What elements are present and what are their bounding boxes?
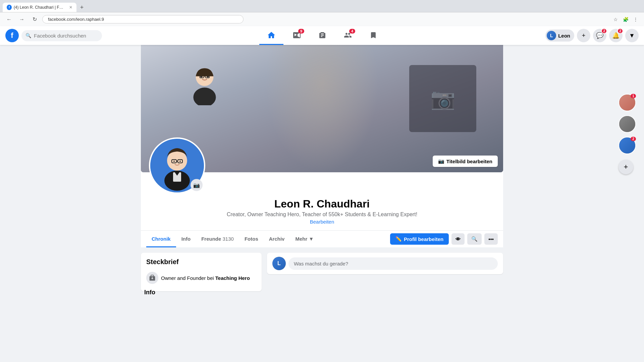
steckbrief-item-job: Owner and Founder bei Teaching Hero	[146, 270, 256, 286]
right-column: L Was machst du gerade?	[267, 253, 503, 297]
more-profile-button[interactable]: •••	[484, 233, 498, 245]
composer-avatar: L	[272, 257, 286, 270]
groups-badge: 4	[349, 29, 355, 34]
facebook-navbar: f 🔍 9 4 L Leon + 💬	[0, 26, 644, 45]
post-composer: L Was machst du gerade?	[267, 253, 503, 274]
tab-favicon: f	[7, 5, 12, 10]
left-column: Steckbrief Owner and Founder bei Teachin…	[141, 253, 262, 297]
nav-center: 9 4	[259, 26, 385, 45]
facebook-logo[interactable]: f	[5, 29, 19, 42]
profile-avatar-row: 📷	[141, 166, 503, 194]
profile-container: 📷	[141, 45, 503, 302]
nav-tab-mehr[interactable]: Mehr ▼	[290, 231, 319, 247]
back-button[interactable]: ←	[4, 14, 14, 24]
job-icon	[146, 272, 158, 284]
nav-home[interactable]	[259, 26, 283, 45]
preview-profile-button[interactable]: 👁	[451, 233, 465, 245]
bookmark-button[interactable]: ☆	[611, 15, 620, 24]
cover-illustration	[184, 65, 225, 107]
edit-cover-label: Titelbild bearbeiten	[446, 159, 492, 164]
floating-user-3[interactable]: 2	[619, 137, 636, 154]
edit-avatar-button[interactable]: 📷	[191, 179, 203, 191]
main-content: Steckbrief Owner and Founder bei Teachin…	[141, 247, 503, 302]
user-menu-button[interactable]: L Leon	[545, 29, 574, 42]
address-bar: ← → ↻ ☆ 🧩 ⋮	[0, 12, 644, 26]
svg-point-13	[179, 161, 181, 162]
svg-point-12	[173, 161, 175, 162]
profile-nav: Chronik Info Freunde 3130 Fotos Archiv M…	[141, 230, 503, 247]
info-label-detected: Info	[144, 289, 155, 296]
more-options-button[interactable]: ⋮	[631, 15, 640, 24]
new-tab-button[interactable]: +	[78, 3, 86, 11]
floating-user-2[interactable]	[619, 115, 636, 133]
edit-profile-button[interactable]: ✏️ Profil bearbeiten	[390, 233, 449, 245]
tab-title: (4) Leon R. Chaudhari | Face...	[14, 5, 65, 10]
search-input[interactable]	[34, 33, 98, 39]
friends-count: 3130	[223, 236, 234, 242]
steckbrief-title: Steckbrief	[146, 258, 256, 266]
floating-badge-3: 2	[631, 137, 636, 141]
profile-name-area: Leon R. Chaudhari Creator, Owner Teachin…	[141, 194, 503, 230]
fab-add-button[interactable]: +	[619, 160, 633, 174]
browser-actions: ☆ 🧩 ⋮	[611, 15, 640, 24]
composer-input[interactable]: Was machst du gerade?	[288, 257, 498, 270]
svg-point-1	[193, 87, 216, 105]
profile-avatar-wrapper: 📷	[149, 166, 205, 194]
nav-groups[interactable]: 4	[336, 26, 360, 45]
nav-tab-archiv[interactable]: Archiv	[264, 231, 290, 247]
messenger-badge: 2	[601, 28, 607, 34]
nav-tab-chronik[interactable]: Chronik	[146, 231, 176, 247]
nav-tab-freunde[interactable]: Freunde 3130	[196, 231, 239, 247]
active-tab[interactable]: f (4) Leon R. Chaudhari | Face... ✕	[3, 3, 76, 12]
nav-tab-fotos[interactable]: Fotos	[239, 231, 264, 247]
tab-bar: f (4) Leon R. Chaudhari | Face... ✕ +	[0, 0, 644, 12]
steckbrief-job-text: Owner and Founder bei Teaching Hero	[161, 275, 250, 281]
mehr-dropdown-icon: ▼	[309, 236, 314, 242]
search-profile-button[interactable]: 🔍	[467, 233, 482, 245]
close-tab-button[interactable]: ✕	[69, 5, 72, 10]
search-icon: 🔍	[25, 33, 31, 38]
nav-saved[interactable]	[361, 26, 385, 45]
profile-bio: Creator, Owner Teaching Hero, Teacher of…	[149, 212, 495, 218]
edit-icon: ✏️	[395, 236, 402, 242]
user-avatar-small: L	[547, 31, 556, 40]
user-name: Leon	[558, 33, 570, 39]
floating-badge-1: 1	[631, 94, 636, 98]
nav-marketplace[interactable]	[310, 26, 334, 45]
url-input[interactable]	[42, 15, 244, 23]
floating-user-1[interactable]: 1	[619, 94, 636, 111]
refresh-button[interactable]: ↻	[30, 14, 40, 24]
profile-info-section: 📷 Leon R. Chaudhari Creator, Owner Teach…	[141, 166, 503, 247]
browser-chrome: f (4) Leon R. Chaudhari | Face... ✕ + ← …	[0, 0, 644, 26]
search-bar[interactable]: 🔍	[21, 30, 102, 41]
floating-sidebar: 1 2 +	[616, 91, 639, 177]
edit-cover-button[interactable]: 📷 Titelbild bearbeiten	[433, 156, 498, 167]
camera-icon: 📷	[438, 158, 444, 164]
edit-bio-link[interactable]: Bearbeiten	[310, 219, 334, 225]
svg-point-8	[167, 150, 187, 171]
profile-actions: ✏️ Profil bearbeiten 👁 🔍 •••	[390, 231, 498, 247]
notifications-button[interactable]: 🔔 2	[609, 29, 623, 42]
forward-button[interactable]: →	[17, 14, 27, 24]
create-button[interactable]: +	[577, 29, 590, 42]
account-menu-button[interactable]: ▼	[625, 29, 639, 42]
video-badge: 9	[298, 29, 304, 34]
profile-name: Leon R. Chaudhari	[149, 198, 495, 210]
messenger-button[interactable]: 💬 2	[593, 29, 606, 42]
nav-video[interactable]: 9	[285, 26, 309, 45]
nav-tab-info[interactable]: Info	[176, 231, 196, 247]
notifications-badge: 2	[617, 28, 623, 34]
steckbrief-card: Steckbrief Owner and Founder bei Teachin…	[141, 253, 262, 291]
nav-right: L Leon + 💬 2 🔔 2 ▼	[545, 29, 639, 42]
extensions-button[interactable]: 🧩	[621, 15, 630, 24]
